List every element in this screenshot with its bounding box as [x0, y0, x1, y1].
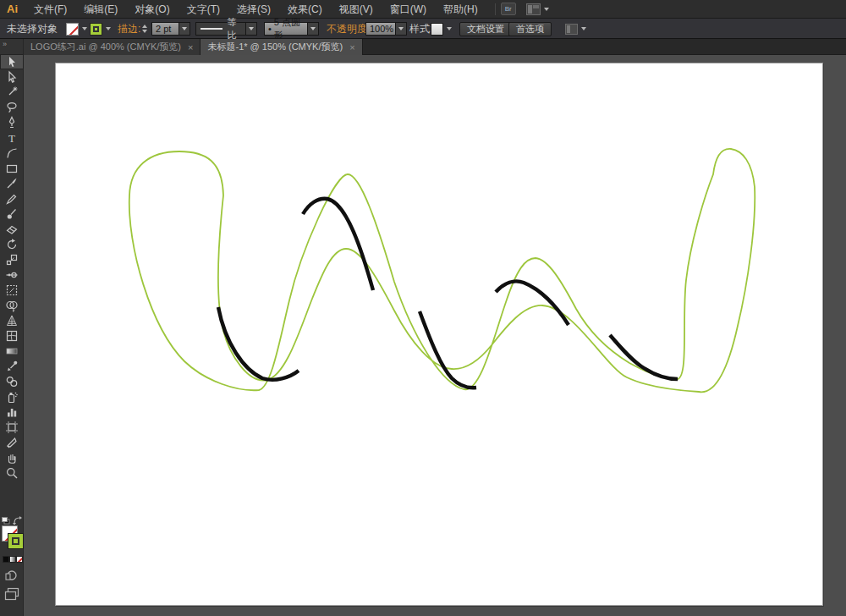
brush-control[interactable]: •5 点圆形: [264, 19, 319, 39]
menu-item-8[interactable]: 窗口(W): [382, 0, 435, 19]
opacity-dropdown[interactable]: [396, 22, 407, 36]
pencil-icon: [5, 192, 19, 206]
stroke-swatch[interactable]: [8, 533, 24, 549]
menu-item-9[interactable]: 帮助(H): [435, 0, 486, 19]
profile-dropdown[interactable]: [246, 22, 257, 36]
eraser-icon: [5, 223, 19, 236]
menu-item-7[interactable]: 视图(V): [331, 0, 382, 19]
bridge-icon[interactable]: Br: [501, 3, 516, 15]
tools-panel: » T: [0, 39, 24, 616]
stroke-width-stepper[interactable]: [142, 19, 150, 39]
stroke-color-control[interactable]: [90, 19, 111, 39]
tool-scale[interactable]: [0, 252, 24, 267]
tool-symbol-sprayer[interactable]: [0, 389, 24, 404]
tool-rectangle[interactable]: [0, 161, 24, 176]
tool-pen[interactable]: [0, 115, 24, 130]
brush-value: 5 点圆形: [274, 16, 304, 41]
stroke-panel-link[interactable]: 描边:: [118, 22, 140, 36]
tab-close-icon[interactable]: ×: [188, 42, 193, 52]
chevron-down-icon: [581, 27, 586, 30]
tool-blend[interactable]: [0, 374, 24, 389]
green-ribbon-path: [129, 149, 755, 392]
chevron-down-icon: [544, 8, 549, 11]
none-button[interactable]: [16, 556, 23, 563]
screen-mode-icon[interactable]: [4, 587, 19, 601]
tool-shape-builder[interactable]: [0, 298, 24, 313]
pen-icon: [5, 116, 19, 129]
lasso-icon: [5, 101, 19, 114]
pasteboard[interactable]: [24, 55, 846, 616]
menu-item-3[interactable]: 对象(O): [126, 0, 178, 19]
opacity-panel-link[interactable]: 不透明度: [327, 22, 367, 36]
tool-gradient[interactable]: [0, 344, 24, 359]
gradient-icon: [5, 344, 19, 358]
tool-type[interactable]: T: [0, 130, 24, 146]
menu-item-2[interactable]: 编辑(E): [75, 0, 126, 19]
tab-close-icon[interactable]: ×: [349, 42, 354, 52]
eyedropper-icon: [5, 360, 19, 373]
tool-perspective-grid[interactable]: [0, 313, 24, 328]
tool-zoom[interactable]: [0, 465, 24, 481]
tool-hand[interactable]: [0, 450, 24, 465]
tool-column-graph[interactable]: [0, 404, 24, 420]
tool-mesh[interactable]: [0, 328, 24, 344]
artboard[interactable]: [55, 63, 823, 606]
tool-direct-selection[interactable]: [0, 69, 24, 85]
document-tab-2[interactable]: 未标题-1* @ 150% (CMYK/预览)×: [201, 39, 362, 55]
selection-status: 未选择对象: [7, 22, 58, 36]
drawing-mode-icon[interactable]: [5, 569, 19, 582]
default-swatches-icon[interactable]: [2, 517, 10, 525]
tool-selection[interactable]: [0, 54, 24, 69]
menu-item-4[interactable]: 文字(T): [179, 0, 228, 19]
type-icon: T: [5, 131, 19, 145]
document-tab-bar: LOGO练习.ai @ 400% (CMYK/预览)×未标题-1* @ 150%…: [24, 39, 846, 55]
perspective-grid-icon: [5, 314, 19, 327]
menu-bar: Ai 文件(F)编辑(E)对象(O)文字(T)选择(S)效果(C)视图(V)窗口…: [0, 0, 846, 19]
symbol-sprayer-icon: [5, 390, 19, 404]
illustrator-window: Ai 文件(F)编辑(E)对象(O)文字(T)选择(S)效果(C)视图(V)窗口…: [0, 0, 846, 616]
workspace-switcher[interactable]: [526, 3, 549, 15]
brush-dropdown[interactable]: [308, 22, 319, 36]
tool-free-transform[interactable]: [0, 283, 24, 298]
tool-artboard[interactable]: [0, 420, 24, 435]
stroke-width-dropdown[interactable]: [179, 22, 190, 36]
control-bar: 未选择对象 描边: 2 pt 等比 •5 点圆形 不透明度 100%: [0, 19, 846, 39]
tool-paintbrush[interactable]: [0, 176, 24, 191]
style-label: 样式:: [409, 22, 432, 36]
logo-artwork: [56, 63, 824, 607]
document-tab-1[interactable]: LOGO练习.ai @ 400% (CMYK/预览)×: [24, 39, 201, 55]
tool-rotate[interactable]: [0, 237, 24, 252]
gradient-button[interactable]: [9, 556, 16, 563]
rectangle-icon: [5, 162, 19, 175]
opacity-control[interactable]: 100%: [365, 19, 407, 39]
menu-item-1[interactable]: 文件(F): [25, 0, 75, 19]
blend-icon: [5, 375, 19, 388]
style-control[interactable]: [431, 19, 452, 39]
tool-blob-brush[interactable]: [0, 206, 24, 222]
swap-fill-stroke-icon[interactable]: [13, 516, 22, 525]
scale-icon: [5, 253, 19, 267]
tool-width[interactable]: [0, 267, 24, 283]
tool-lasso[interactable]: [0, 100, 24, 115]
style-swatch: [431, 23, 443, 36]
fill-color-control[interactable]: [66, 19, 87, 39]
tool-slice[interactable]: [0, 435, 24, 450]
tool-arc[interactable]: [0, 146, 24, 161]
document-setup-button[interactable]: 文档设置: [459, 22, 512, 36]
selection-icon: [5, 55, 19, 69]
stroke-width-control[interactable]: 2 pt: [151, 19, 190, 39]
tool-eyedropper[interactable]: [0, 359, 24, 374]
opacity-value[interactable]: 100%: [365, 22, 396, 36]
tool-magic-wand[interactable]: [0, 85, 24, 100]
color-button[interactable]: [3, 556, 9, 563]
tool-eraser[interactable]: [0, 222, 24, 237]
control-panel-menu[interactable]: [565, 19, 586, 39]
width-profile-control[interactable]: 等比: [195, 19, 257, 39]
tools-panel-collapse[interactable]: »: [0, 39, 23, 51]
menu-separator: [495, 3, 496, 15]
tool-pencil[interactable]: [0, 191, 24, 206]
column-graph-icon: [5, 405, 19, 419]
preferences-button[interactable]: 首选项: [508, 22, 552, 36]
paintbrush-icon: [5, 177, 19, 190]
stroke-width-value[interactable]: 2 pt: [151, 22, 179, 36]
